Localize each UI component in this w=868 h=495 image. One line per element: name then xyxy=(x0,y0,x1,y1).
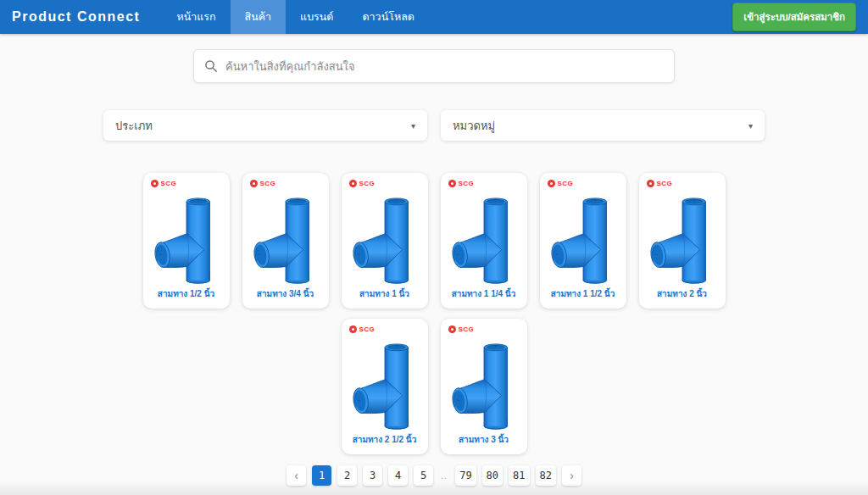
product-grid: SCG สามทาง 1/2 นิ้ว SCG xyxy=(137,173,731,454)
scg-logo-icon xyxy=(349,180,357,187)
search-icon xyxy=(204,59,218,73)
brand-row: SCG xyxy=(644,180,721,187)
search-bar[interactable] xyxy=(193,49,675,83)
product-image xyxy=(446,187,522,287)
nav-menu: หน้าแรกสินค้าแบรนด์ดาวน์โหลด xyxy=(162,0,429,34)
product-name: สามทาง 2 1/2 นิ้ว xyxy=(347,433,423,448)
nav-item-1[interactable]: สินค้า xyxy=(231,0,287,34)
brand-label: SCG xyxy=(359,180,376,187)
product-image xyxy=(148,187,225,287)
scg-logo-icon xyxy=(647,180,654,187)
scg-logo-icon xyxy=(349,325,357,333)
pvc-tee-fitting-image xyxy=(646,190,719,285)
pagination-next-icon[interactable]: › xyxy=(562,465,581,486)
nav-spacer xyxy=(429,0,732,34)
scg-logo-icon xyxy=(448,325,456,333)
nav-item-3[interactable]: ดาวน์โหลด xyxy=(348,0,428,34)
product-card[interactable]: SCG สามทาง 1/2 นิ้ว xyxy=(143,173,230,309)
pagination-ellipsis: .. xyxy=(439,470,449,481)
brand-row: SCG xyxy=(248,180,324,187)
product-card[interactable]: SCG สามทาง 3 นิ้ว xyxy=(441,319,527,454)
product-card[interactable]: SCG สามทาง 2 นิ้ว xyxy=(639,173,726,309)
product-card[interactable]: SCG สามทาง 1 นิ้ว xyxy=(342,173,428,309)
pvc-tee-fitting-image xyxy=(348,336,421,431)
pagination-page-2[interactable]: 2 xyxy=(337,465,357,486)
chevron-down-icon: ▾ xyxy=(411,121,415,131)
brand-row: SCG xyxy=(446,325,522,333)
brand-label: SCG xyxy=(359,325,376,333)
product-name: สามทาง 1 1/2 นิ้ว xyxy=(545,287,621,302)
product-image xyxy=(545,187,621,287)
brand-row: SCG xyxy=(347,180,423,187)
login-register-button[interactable]: เข้าสู่ระบบ/สมัครสมาชิก xyxy=(732,3,856,31)
product-image xyxy=(644,187,721,287)
product-card[interactable]: SCG สามทาง 1 1/4 นิ้ว xyxy=(441,173,527,309)
pagination-page-81[interactable]: 81 xyxy=(509,465,529,486)
pagination-page-5[interactable]: 5 xyxy=(414,465,433,486)
scg-logo-icon xyxy=(548,180,555,187)
brand-label: SCG xyxy=(260,180,276,187)
brand-row: SCG xyxy=(347,325,423,333)
scg-logo-icon xyxy=(250,180,258,187)
pagination: ‹12345..79808182› xyxy=(0,465,868,486)
pagination-page-3[interactable]: 3 xyxy=(363,465,382,486)
type-dropdown-label: ประเภท xyxy=(115,117,153,135)
pagination-page-82[interactable]: 82 xyxy=(536,465,556,486)
pvc-tee-fitting-image xyxy=(249,190,322,285)
pagination-page-4[interactable]: 4 xyxy=(388,465,408,486)
app-logo[interactable]: Product Connect xyxy=(0,0,162,34)
pvc-tee-fitting-image xyxy=(448,190,520,285)
brand-label: SCG xyxy=(161,180,177,187)
product-name: สามทาง 1/2 นิ้ว xyxy=(148,287,225,302)
brand-row: SCG xyxy=(545,180,621,187)
pvc-tee-fitting-image xyxy=(547,190,620,285)
product-card[interactable]: SCG สามทาง 3/4 นิ้ว xyxy=(242,173,329,309)
scg-logo-icon xyxy=(151,180,159,187)
filter-row: ประเภท ▾ หมวดหมู่ ▾ xyxy=(103,110,765,141)
type-dropdown[interactable]: ประเภท ▾ xyxy=(103,110,427,141)
chevron-down-icon: ▾ xyxy=(748,121,753,131)
scg-logo-icon xyxy=(448,180,456,187)
brand-row: SCG xyxy=(148,180,225,187)
brand-label: SCG xyxy=(657,180,673,187)
product-name: สามทาง 2 นิ้ว xyxy=(644,287,721,302)
pagination-page-1[interactable]: 1 xyxy=(312,465,331,486)
top-navbar: Product Connect หน้าแรกสินค้าแบรนด์ดาวน์… xyxy=(0,0,868,34)
product-name: สามทาง 1 นิ้ว xyxy=(347,287,423,302)
brand-row: SCG xyxy=(446,180,522,187)
product-image xyxy=(446,333,522,433)
product-name: สามทาง 3 นิ้ว xyxy=(446,433,522,448)
product-name: สามทาง 1 1/4 นิ้ว xyxy=(446,287,522,302)
product-card[interactable]: SCG สามทาง 1 1/2 นิ้ว xyxy=(540,173,626,309)
nav-item-0[interactable]: หน้าแรก xyxy=(162,0,230,34)
pagination-page-80[interactable]: 80 xyxy=(482,465,503,486)
product-image xyxy=(248,187,324,287)
category-dropdown-label: หมวดหมู่ xyxy=(453,117,495,135)
brand-label: SCG xyxy=(558,180,574,187)
product-name: สามทาง 3/4 นิ้ว xyxy=(248,287,324,302)
pvc-tee-fitting-image xyxy=(348,190,421,285)
brand-label: SCG xyxy=(459,325,475,333)
product-image xyxy=(347,333,423,433)
pagination-prev-icon[interactable]: ‹ xyxy=(287,465,306,486)
brand-label: SCG xyxy=(459,180,475,187)
pvc-tee-fitting-image xyxy=(448,336,520,431)
product-image xyxy=(347,187,423,287)
product-card[interactable]: SCG สามทาง 2 1/2 นิ้ว xyxy=(342,319,428,454)
pagination-page-79[interactable]: 79 xyxy=(455,465,476,486)
nav-item-2[interactable]: แบรนด์ xyxy=(286,0,348,34)
pvc-tee-fitting-image xyxy=(150,190,223,285)
category-dropdown[interactable]: หมวดหมู่ ▾ xyxy=(441,110,765,141)
search-input[interactable] xyxy=(225,60,664,73)
